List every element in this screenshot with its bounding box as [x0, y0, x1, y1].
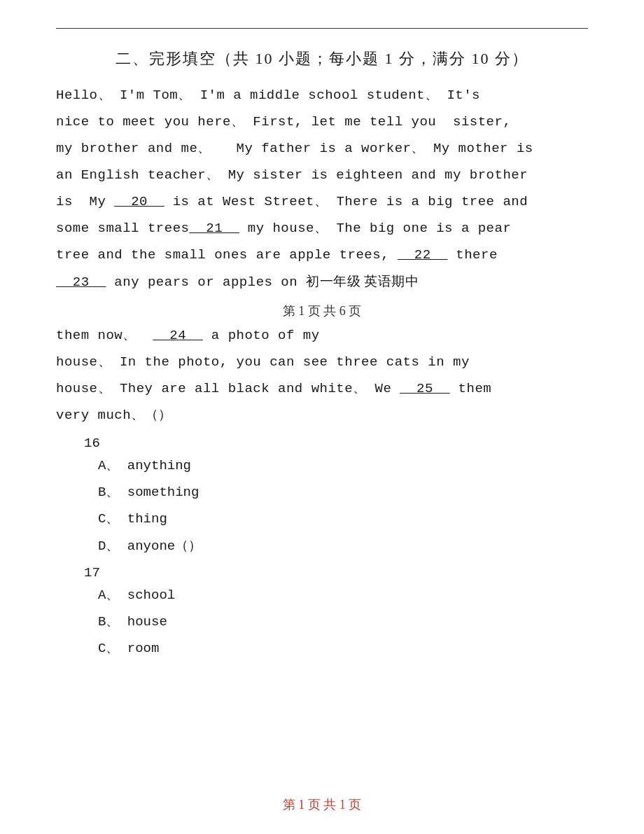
passage-block-2: them now、 __24__ a photo of my house、 In…: [56, 322, 588, 429]
passage2-line-4: very much、（）: [56, 408, 172, 423]
question-16-option-c: C、 thing: [98, 507, 588, 531]
question-16-option-b: B、 something: [98, 480, 588, 504]
question-17-option-b: B、 house: [98, 610, 588, 634]
passage-line-3: my brother and me、 My father is a worker…: [56, 141, 533, 156]
passage-line-2: nice to meet you here、 First, let me tel…: [56, 114, 511, 130]
question-17-option-a: A、 school: [98, 583, 588, 607]
passage-line-6: some small trees__21__ my house、 The big…: [56, 221, 511, 236]
passage2-line-1: them now、 __24__ a photo of my: [56, 328, 320, 343]
blank-23: __23__: [56, 274, 106, 290]
blank-21: __21__: [189, 221, 239, 236]
passage-line-8: __23__ any pears or apples on 初一年级 英语期中: [56, 274, 419, 290]
passage-line-5: is My __20__ is at West Street、 There is…: [56, 194, 528, 209]
passage2-line-3: house、 They are all black and white、 We …: [56, 381, 491, 396]
question-16-option-d: D、 anyone（）: [98, 534, 588, 558]
top-divider: [56, 28, 588, 29]
passage-block: Hello、 I'm Tom、 I'm a middle school stud…: [56, 82, 588, 296]
passage-line-7: tree and the small ones are apple trees,…: [56, 247, 498, 263]
question-16-number: 16: [84, 436, 588, 451]
page-marker-block: 第 1 页 共 6 页: [56, 303, 588, 319]
blank-25: __25__: [400, 381, 449, 396]
passage-line-1: Hello、 I'm Tom、 I'm a middle school stud…: [56, 88, 480, 103]
inline-chinese: 初一年级 英语期中: [306, 274, 419, 289]
passage-line-4: an English teacher、 My sister is eightee…: [56, 167, 528, 183]
passage2-line-2: house、 In the photo, you can see three c…: [56, 354, 470, 370]
blank-20: __20__: [114, 194, 164, 209]
question-16-option-a: A、 anything: [98, 454, 588, 478]
footer-page: 第 1 页 共 1 页: [0, 796, 644, 813]
section-title: 二、完形填空（共 10 小题；每小题 1 分，满分 10 分）: [56, 48, 588, 69]
page-container: 二、完形填空（共 10 小题；每小题 1 分，满分 10 分） Hello、 I…: [0, 0, 644, 834]
questions-section: 16 A、 anything B、 something C、 thing D、 …: [56, 436, 588, 660]
blank-22: __22__: [398, 247, 447, 263]
question-17-number: 17: [84, 565, 588, 581]
blank-24: __24__: [153, 328, 203, 343]
question-17-option-c: C、 room: [98, 637, 588, 660]
